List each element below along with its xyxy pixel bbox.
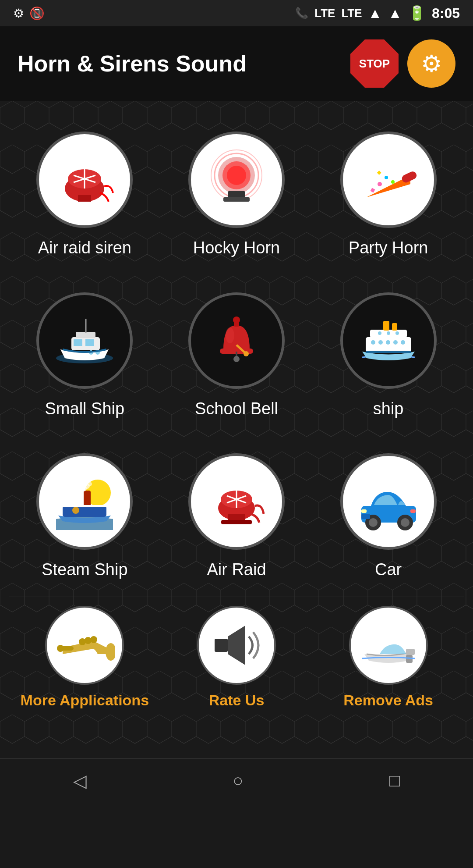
back-button[interactable]: ◁ [73,771,87,791]
svg-point-19 [385,176,388,179]
car-label: Car [375,560,402,579]
svg-rect-25 [74,339,82,346]
footer-remove-ads[interactable]: Remove Ads [312,597,464,718]
ship-label: ship [373,399,404,418]
svg-point-20 [391,180,395,184]
sound-circle-steam-ship [36,453,133,550]
svg-point-42 [386,340,390,345]
svg-point-41 [378,340,383,345]
svg-point-81 [57,645,64,652]
more-apps-label: More Applications [21,692,149,709]
svg-point-76 [106,643,115,661]
footer-rate-us[interactable]: Rate Us [161,597,313,718]
svg-rect-53 [63,506,106,517]
recent-button[interactable]: □ [389,771,400,790]
main-content: Air raid siren Hocky Horn [0,101,473,758]
svg-rect-39 [366,337,411,352]
notification-icon: 📵 [29,6,45,21]
stop-button[interactable]: STOP [350,39,399,88]
hocky-horn-label: Hocky Horn [193,238,280,257]
svg-point-33 [233,317,240,324]
svg-rect-59 [63,505,106,507]
svg-point-72 [401,518,409,527]
svg-point-40 [371,340,375,345]
sound-item-ship[interactable]: ship [312,275,464,436]
svg-point-38 [226,327,234,343]
sound-item-hocky-horn[interactable]: Hocky Horn [161,114,313,275]
svg-point-37 [244,351,249,356]
status-right: 📞 LTE LTE ▲ ▲ 🔋 8:05 [295,5,460,21]
svg-point-54 [72,507,79,514]
small-ship-icon [49,306,120,376]
svg-rect-51 [366,351,411,353]
sound-circle-school-bell [188,292,285,389]
signal-icon2: ▲ [388,5,402,21]
battery-icon: 🔋 [408,5,426,21]
footer-circle-more-apps [45,606,124,685]
hocky-horn-icon [201,145,272,215]
status-bar: ⚙ 📵 📞 LTE LTE ▲ ▲ 🔋 8:05 [0,0,473,26]
svg-rect-21 [370,188,375,193]
speaker-icon [206,615,267,676]
sound-grid: Air raid siren Hocky Horn [9,114,464,597]
svg-rect-83 [406,649,415,655]
sound-circle-car [340,453,437,550]
app-header: Horn & Sirens Sound STOP ⚙ [0,26,473,101]
app-title: Horn & Sirens Sound [18,50,247,77]
svg-rect-6 [78,195,91,202]
svg-point-48 [395,331,399,335]
rate-us-label: Rate Us [209,692,265,709]
sound-item-party-horn[interactable]: Party Horn [312,114,464,275]
svg-rect-13 [223,197,250,202]
small-ship-label: Small Ship [45,399,125,418]
svg-point-58 [88,482,92,486]
sound-item-air-raid-siren[interactable]: Air raid siren [9,114,161,275]
phone-lte-icon: 📞 [295,7,308,19]
sound-item-air-raid2[interactable]: Air Raid [161,436,313,597]
svg-rect-27 [76,332,95,338]
sound-circle-party-horn [340,132,437,228]
svg-rect-67 [221,520,252,524]
svg-point-70 [369,518,378,527]
footer-circle-remove-ads [349,606,428,685]
footer-more-apps[interactable]: More Applications [9,597,161,718]
signal-icon: ▲ [368,5,382,21]
header-buttons: STOP ⚙ [350,39,455,88]
school-bell-label: School Bell [195,399,278,418]
remove-ads-label: Remove Ads [343,692,433,709]
sound-circle-air-raid-siren [36,132,133,228]
air-raid-siren-label: Air raid siren [38,238,131,257]
steam-ship-icon [49,466,120,537]
school-bell-icon [201,306,272,376]
svg-point-18 [378,182,382,186]
air-raid2-label: Air Raid [207,560,266,579]
time-display: 8:05 [432,5,460,21]
svg-point-44 [401,340,405,345]
air-raid2-icon [201,466,272,537]
home-button[interactable]: ○ [233,771,243,790]
sound-item-car[interactable]: Car [312,436,464,597]
svg-point-43 [393,340,398,345]
trumpet-icon [54,615,115,676]
sound-item-school-bell[interactable]: School Bell [161,275,313,436]
sound-item-steam-ship[interactable]: Steam Ship [9,436,161,597]
footer-grid: More Applications Rate Us [9,597,464,718]
car-icon [353,466,424,537]
svg-rect-73 [361,509,367,513]
svg-point-46 [378,331,381,335]
svg-rect-75 [361,514,370,519]
svg-point-80 [90,636,97,643]
sound-circle-air-raid2 [188,453,285,550]
svg-point-9 [227,166,246,185]
sound-circle-hocky-horn [188,132,285,228]
sound-circle-small-ship [36,292,133,389]
nav-bar: ◁ ○ □ [0,758,473,802]
svg-rect-22 [377,171,381,175]
status-left: ⚙ 📵 [13,6,45,21]
svg-point-35 [233,356,240,362]
party-horn-label: Party Horn [349,238,428,257]
steam-ship-label: Steam Ship [42,560,127,579]
footer-circle-rate-us [197,606,276,685]
settings-button[interactable]: ⚙ [407,39,455,88]
sound-item-small-ship[interactable]: Small Ship [9,275,161,436]
